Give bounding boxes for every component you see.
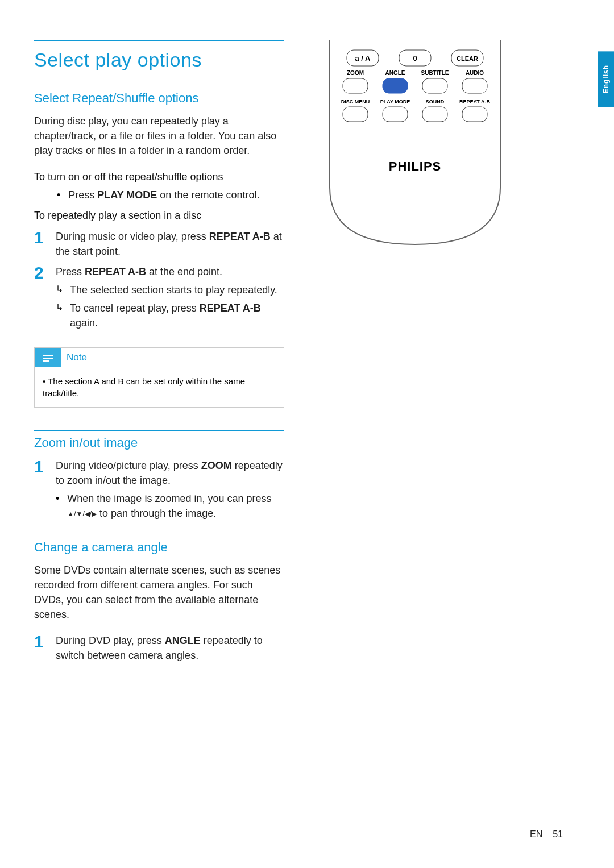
sub-result-1: ↳ The selected section starts to play re…	[56, 283, 284, 297]
step-text: During DVD play, press ANGLE repeatedly …	[56, 633, 284, 663]
right-column: a / A 0 CLEAR ZOOM ANGLE SUBTITLE AUDIO …	[324, 40, 517, 668]
svg-rect-6	[343, 78, 368, 93]
sub-text: To cancel repeat play, press REPEAT A-B …	[70, 301, 284, 330]
svg-rect-13	[462, 107, 487, 122]
result-arrow-icon: ↳	[56, 283, 63, 296]
remote-label-zoom: ZOOM	[347, 70, 364, 76]
page-footer: EN 51	[530, 829, 563, 840]
rule-section	[34, 535, 284, 535]
remote-illustration: a / A 0 CLEAR ZOOM ANGLE SUBTITLE AUDIO …	[324, 40, 506, 250]
result-arrow-icon: ↳	[56, 301, 63, 314]
svg-rect-12	[422, 107, 447, 122]
svg-rect-1	[43, 358, 53, 359]
bullet-text: Press PLAY MODE on the remote control.	[68, 188, 259, 202]
sub-result-2: ↳ To cancel repeat play, press REPEAT A-…	[56, 301, 284, 330]
rule-section	[34, 430, 284, 431]
remote-brand: PHILIPS	[389, 159, 442, 173]
remote-label-discmenu: DISC MENU	[341, 99, 370, 105]
svg-rect-7	[383, 78, 408, 93]
step-1-zoom: 1 During video/picture play, press ZOOM …	[34, 458, 284, 524]
step-number: 2	[34, 264, 47, 281]
page-content: Select play options Select Repeat/Shuffl…	[0, 0, 614, 703]
remote-label-angle: ANGLE	[385, 70, 405, 76]
bullet-pan: • When the image is zoomed in, you can p…	[56, 491, 284, 521]
remote-label-sound: SOUND	[426, 99, 445, 105]
footer-page-number: 51	[553, 829, 563, 840]
step-number: 1	[34, 458, 47, 475]
remote-label-repeatab: REPEAT A-B	[459, 99, 491, 105]
note-header: Note	[35, 348, 284, 367]
step-1-angle: 1 During DVD play, press ANGLE repeatedl…	[34, 633, 284, 663]
subheading-toggle: To turn on or off the repeat/shuffle opt…	[34, 169, 284, 184]
svg-rect-0	[43, 355, 53, 356]
remote-label-subtitle: SUBTITLE	[421, 70, 449, 76]
heading-angle: Change a camera angle	[34, 540, 284, 555]
svg-rect-2	[43, 360, 49, 362]
bullet-dot-icon: •	[57, 188, 60, 202]
svg-rect-9	[462, 78, 487, 93]
rule-section	[34, 86, 284, 86]
step-number: 1	[34, 229, 47, 246]
remote-btn-0: 0	[413, 54, 417, 63]
remote-label-audio: AUDIO	[466, 70, 484, 76]
remote-label-playmode: PLAY MODE	[380, 99, 410, 105]
paragraph-repeat-intro: During disc play, you can repeatedly pla…	[34, 114, 284, 158]
page-title: Select play options	[34, 49, 284, 71]
remote-btn-clear: CLEAR	[457, 55, 478, 62]
step-1-repeat: 1 During music or video play, press REPE…	[34, 229, 284, 259]
svg-rect-8	[422, 78, 447, 93]
note-box: Note The section A and B can be set only…	[34, 347, 284, 408]
footer-lang: EN	[530, 829, 542, 840]
remote-btn-aA: a / A	[355, 54, 371, 63]
note-body: The section A and B can be set only with…	[35, 367, 284, 407]
bullet-play-mode: • Press PLAY MODE on the remote control.	[57, 188, 284, 202]
rule-top	[34, 40, 284, 41]
heading-zoom: Zoom in/out image	[34, 435, 284, 450]
svg-rect-10	[343, 107, 368, 122]
step-text: During video/picture play, press ZOOM re…	[56, 458, 284, 488]
sub-text: The selected section starts to play repe…	[70, 283, 277, 297]
subheading-section: To repeatedly play a section in a disc	[34, 208, 284, 223]
note-title: Note	[67, 352, 87, 363]
step-text: Press REPEAT A-B at the end point.	[56, 264, 284, 279]
language-tab: English	[598, 51, 614, 107]
nav-arrows-icon: ▲/▼/◀/▶	[67, 509, 97, 519]
bullet-dot-icon: •	[56, 491, 59, 506]
note-icon	[35, 348, 61, 367]
step-number: 1	[34, 633, 47, 650]
heading-repeat-shuffle: Select Repeat/Shuffle options	[34, 91, 284, 106]
paragraph-angle-intro: Some DVDs contain alternate scenes, such…	[34, 563, 284, 622]
step-2-repeat: 2 Press REPEAT A-B at the end point. ↳ T…	[34, 264, 284, 334]
step-text: During music or video play, press REPEAT…	[56, 229, 284, 259]
left-column: Select play options Select Repeat/Shuffl…	[34, 40, 284, 668]
svg-rect-11	[383, 107, 408, 122]
bullet-text: When the image is zoomed in, you can pre…	[67, 491, 284, 521]
note-text: The section A and B can be set only with…	[43, 375, 276, 399]
